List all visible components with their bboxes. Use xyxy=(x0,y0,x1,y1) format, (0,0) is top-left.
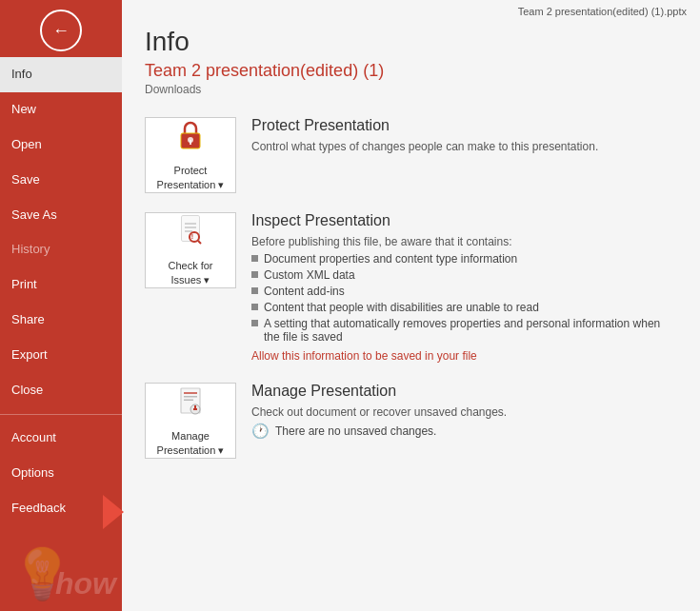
sidebar-item-options[interactable]: Options xyxy=(0,456,122,491)
inspect-label: Check forIssues ▾ xyxy=(168,259,212,286)
page-title: Info xyxy=(122,19,700,61)
sidebar-item-close[interactable]: Close xyxy=(0,373,122,408)
manage-status: There are no unsaved changes. xyxy=(275,424,436,438)
protect-button[interactable]: ProtectPresentation ▾ xyxy=(145,117,236,193)
clock-icon: 🕐 xyxy=(251,423,270,440)
list-item: Custom XML data xyxy=(251,268,677,282)
manage-icon xyxy=(176,384,205,425)
manage-desc: Check out document or recover unsaved ch… xyxy=(251,405,677,419)
manage-content: Manage Presentation Check out document o… xyxy=(251,383,677,440)
arrow-indicator xyxy=(103,495,124,529)
title-bar: Team 2 presentation(edited) (1).pptx xyxy=(122,0,700,19)
sidebar-item-open[interactable]: Open xyxy=(0,128,122,163)
sidebar-item-export[interactable]: Export xyxy=(0,338,122,373)
manage-label: ManagePresentation ▾ xyxy=(157,429,225,457)
protect-section: ProtectPresentation ▾ Protect Presentati… xyxy=(122,108,700,203)
sidebar-item-new[interactable]: New xyxy=(0,92,122,128)
list-item: Content add-ins xyxy=(251,285,677,298)
svg-rect-18 xyxy=(193,408,197,410)
protect-desc: Control what types of changes people can… xyxy=(251,140,677,153)
list-item: Content that people with disabilities ar… xyxy=(251,301,677,314)
filename-display: Team 2 presentation(edited) (1).pptx xyxy=(518,6,687,17)
inspect-content: Inspect Presentation Before publishing t… xyxy=(251,212,677,364)
sidebar-item-save-as[interactable]: Save As xyxy=(0,198,122,233)
sidebar-item-share[interactable]: Share xyxy=(0,303,122,338)
manage-section: ManagePresentation ▾ Manage Presentation… xyxy=(122,373,700,468)
sidebar-item-history[interactable]: History xyxy=(0,232,122,267)
inspect-button[interactable]: ! Check forIssues ▾ xyxy=(145,212,236,288)
manage-button[interactable]: ManagePresentation ▾ xyxy=(145,383,236,459)
sidebar-item-print[interactable]: Print xyxy=(0,267,122,303)
svg-rect-15 xyxy=(184,400,193,402)
svg-text:!: ! xyxy=(191,233,193,240)
lock-icon xyxy=(176,119,205,160)
inspect-desc: Before publishing this file, be aware th… xyxy=(251,235,677,248)
svg-rect-13 xyxy=(184,392,197,394)
file-name: Team 2 presentation(edited) (1) xyxy=(122,61,700,83)
list-item: A setting that automatically removes pro… xyxy=(251,317,677,344)
inspect-list: Document properties and content type inf… xyxy=(251,252,677,344)
manage-title: Manage Presentation xyxy=(251,383,677,400)
manage-status-row: 🕐 There are no unsaved changes. xyxy=(251,423,677,440)
svg-rect-14 xyxy=(184,396,197,398)
list-item: Document properties and content type inf… xyxy=(251,252,677,266)
protect-label: ProtectPresentation ▾ xyxy=(157,164,225,191)
back-button[interactable]: ← xyxy=(40,10,82,51)
protect-content: Protect Presentation Control what types … xyxy=(251,117,677,157)
sidebar-item-save[interactable]: Save xyxy=(0,163,122,198)
protect-title: Protect Presentation xyxy=(251,117,677,134)
inspect-section: ! Check forIssues ▾ Inspect Presentation… xyxy=(122,203,700,373)
allow-info-link[interactable]: Allow this information to be saved in yo… xyxy=(251,349,477,363)
sidebar-item-account[interactable]: Account xyxy=(0,421,122,456)
svg-line-10 xyxy=(198,241,201,244)
sidebar-item-info[interactable]: Info xyxy=(0,57,122,92)
inspect-icon: ! xyxy=(176,214,205,255)
main-content: Team 2 presentation(edited) (1).pptx Inf… xyxy=(122,0,700,611)
inspect-title: Inspect Presentation xyxy=(251,212,677,229)
svg-rect-2 xyxy=(190,140,191,145)
file-location: Downloads xyxy=(122,83,700,108)
